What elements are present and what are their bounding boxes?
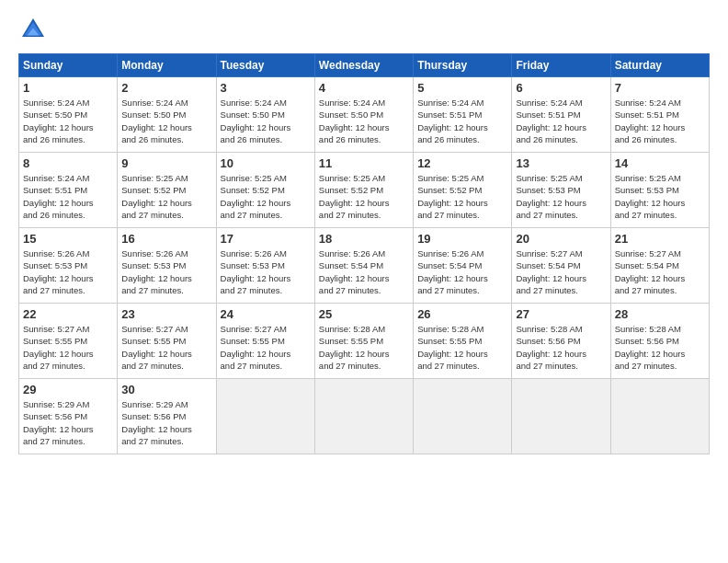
day-number: 22 — [23, 307, 113, 321]
day-number: 14 — [615, 156, 705, 170]
cell-info: Sunrise: 5:28 AM Sunset: 5:55 PM Dayligh… — [319, 323, 409, 372]
header-cell-sunday: Sunday — [19, 54, 118, 77]
logo — [18, 15, 53, 44]
cell-info: Sunrise: 5:27 AM Sunset: 5:54 PM Dayligh… — [615, 247, 705, 296]
header-cell-saturday: Saturday — [610, 54, 709, 77]
calendar-cell: 17 Sunrise: 5:26 AM Sunset: 5:53 PM Dayl… — [216, 228, 314, 304]
calendar-cell: 2 Sunrise: 5:24 AM Sunset: 5:50 PM Dayli… — [118, 77, 216, 153]
calendar-cell: 9 Sunrise: 5:25 AM Sunset: 5:52 PM Dayli… — [118, 153, 216, 228]
day-number: 15 — [23, 232, 113, 246]
day-number: 16 — [121, 232, 211, 246]
cell-info: Sunrise: 5:24 AM Sunset: 5:51 PM Dayligh… — [417, 97, 507, 145]
day-number: 3 — [221, 81, 311, 95]
calendar-cell: 6 Sunrise: 5:24 AM Sunset: 5:51 PM Dayli… — [512, 77, 610, 153]
calendar-cell: 15 Sunrise: 5:26 AM Sunset: 5:53 PM Dayl… — [19, 228, 118, 304]
calendar-cell: 7 Sunrise: 5:24 AM Sunset: 5:51 PM Dayli… — [610, 77, 709, 153]
week-row-3: 15 Sunrise: 5:26 AM Sunset: 5:53 PM Dayl… — [19, 228, 710, 304]
week-row-2: 8 Sunrise: 5:24 AM Sunset: 5:51 PM Dayli… — [19, 153, 710, 228]
cell-info: Sunrise: 5:25 AM Sunset: 5:52 PM Dayligh… — [221, 172, 311, 221]
week-row-1: 1 Sunrise: 5:24 AM Sunset: 5:50 PM Dayli… — [19, 77, 710, 153]
cell-info: Sunrise: 5:25 AM Sunset: 5:52 PM Dayligh… — [121, 172, 211, 221]
calendar-cell: 23 Sunrise: 5:27 AM Sunset: 5:55 PM Dayl… — [118, 304, 216, 379]
calendar-cell — [314, 379, 413, 454]
cell-info: Sunrise: 5:27 AM Sunset: 5:55 PM Dayligh… — [121, 323, 211, 372]
cell-info: Sunrise: 5:26 AM Sunset: 5:54 PM Dayligh… — [319, 247, 409, 296]
calendar-cell: 22 Sunrise: 5:27 AM Sunset: 5:55 PM Dayl… — [19, 304, 118, 379]
day-number: 11 — [319, 156, 409, 170]
cell-info: Sunrise: 5:26 AM Sunset: 5:53 PM Dayligh… — [23, 247, 113, 296]
day-number: 24 — [221, 307, 311, 321]
day-number: 6 — [516, 81, 606, 95]
calendar-cell: 20 Sunrise: 5:27 AM Sunset: 5:54 PM Dayl… — [512, 228, 610, 304]
calendar-cell: 18 Sunrise: 5:26 AM Sunset: 5:54 PM Dayl… — [314, 228, 413, 304]
calendar-cell: 3 Sunrise: 5:24 AM Sunset: 5:50 PM Dayli… — [216, 77, 314, 153]
day-number: 17 — [221, 232, 311, 246]
cell-info: Sunrise: 5:25 AM Sunset: 5:53 PM Dayligh… — [615, 172, 705, 221]
week-row-4: 22 Sunrise: 5:27 AM Sunset: 5:55 PM Dayl… — [19, 304, 710, 379]
day-number: 9 — [121, 156, 211, 170]
calendar-cell: 14 Sunrise: 5:25 AM Sunset: 5:53 PM Dayl… — [610, 153, 709, 228]
day-number: 18 — [319, 232, 409, 246]
day-number: 26 — [417, 307, 507, 321]
day-number: 23 — [121, 307, 211, 321]
day-number: 4 — [319, 81, 409, 95]
calendar-cell: 8 Sunrise: 5:24 AM Sunset: 5:51 PM Dayli… — [19, 153, 118, 228]
cell-info: Sunrise: 5:27 AM Sunset: 5:54 PM Dayligh… — [516, 247, 606, 296]
calendar-cell: 24 Sunrise: 5:27 AM Sunset: 5:55 PM Dayl… — [216, 304, 314, 379]
calendar-cell: 4 Sunrise: 5:24 AM Sunset: 5:50 PM Dayli… — [314, 77, 413, 153]
cell-info: Sunrise: 5:28 AM Sunset: 5:56 PM Dayligh… — [516, 323, 606, 372]
calendar-cell: 27 Sunrise: 5:28 AM Sunset: 5:56 PM Dayl… — [512, 304, 610, 379]
day-number: 20 — [516, 232, 606, 246]
cell-info: Sunrise: 5:28 AM Sunset: 5:56 PM Dayligh… — [615, 323, 705, 372]
day-number: 1 — [23, 81, 113, 95]
day-number: 19 — [417, 232, 507, 246]
header-row: SundayMondayTuesdayWednesdayThursdayFrid… — [19, 54, 710, 77]
header-cell-monday: Monday — [118, 54, 216, 77]
cell-info: Sunrise: 5:24 AM Sunset: 5:51 PM Dayligh… — [23, 172, 113, 221]
day-number: 25 — [319, 307, 409, 321]
calendar-cell: 16 Sunrise: 5:26 AM Sunset: 5:53 PM Dayl… — [118, 228, 216, 304]
header-cell-thursday: Thursday — [414, 54, 512, 77]
cell-info: Sunrise: 5:29 AM Sunset: 5:56 PM Dayligh… — [121, 398, 211, 447]
cell-info: Sunrise: 5:26 AM Sunset: 5:54 PM Dayligh… — [417, 247, 507, 296]
calendar-cell — [610, 379, 709, 454]
cell-info: Sunrise: 5:25 AM Sunset: 5:52 PM Dayligh… — [417, 172, 507, 221]
day-number: 27 — [516, 307, 606, 321]
cell-info: Sunrise: 5:24 AM Sunset: 5:50 PM Dayligh… — [319, 97, 409, 145]
calendar-cell — [414, 379, 512, 454]
logo-icon — [18, 15, 48, 44]
cell-info: Sunrise: 5:27 AM Sunset: 5:55 PM Dayligh… — [221, 323, 311, 372]
calendar-cell: 29 Sunrise: 5:29 AM Sunset: 5:56 PM Dayl… — [19, 379, 118, 454]
calendar-cell: 11 Sunrise: 5:25 AM Sunset: 5:52 PM Dayl… — [314, 153, 413, 228]
header-cell-wednesday: Wednesday — [314, 54, 413, 77]
cell-info: Sunrise: 5:24 AM Sunset: 5:51 PM Dayligh… — [615, 97, 705, 145]
cell-info: Sunrise: 5:26 AM Sunset: 5:53 PM Dayligh… — [221, 247, 311, 296]
cell-info: Sunrise: 5:27 AM Sunset: 5:55 PM Dayligh… — [23, 323, 113, 372]
calendar-table: SundayMondayTuesdayWednesdayThursdayFrid… — [18, 53, 710, 454]
day-number: 28 — [615, 307, 705, 321]
cell-info: Sunrise: 5:24 AM Sunset: 5:51 PM Dayligh… — [516, 97, 606, 145]
cell-info: Sunrise: 5:28 AM Sunset: 5:55 PM Dayligh… — [417, 323, 507, 372]
calendar-cell: 13 Sunrise: 5:25 AM Sunset: 5:53 PM Dayl… — [512, 153, 610, 228]
day-number: 12 — [417, 156, 507, 170]
calendar-cell: 10 Sunrise: 5:25 AM Sunset: 5:52 PM Dayl… — [216, 153, 314, 228]
calendar-cell: 12 Sunrise: 5:25 AM Sunset: 5:52 PM Dayl… — [414, 153, 512, 228]
cell-info: Sunrise: 5:29 AM Sunset: 5:56 PM Dayligh… — [23, 398, 113, 447]
day-number: 7 — [615, 81, 705, 95]
day-number: 21 — [615, 232, 705, 246]
cell-info: Sunrise: 5:26 AM Sunset: 5:53 PM Dayligh… — [121, 247, 211, 296]
calendar-cell — [512, 379, 610, 454]
header-cell-friday: Friday — [512, 54, 610, 77]
day-number: 10 — [221, 156, 311, 170]
week-row-5: 29 Sunrise: 5:29 AM Sunset: 5:56 PM Dayl… — [19, 379, 710, 454]
cell-info: Sunrise: 5:24 AM Sunset: 5:50 PM Dayligh… — [221, 97, 311, 145]
calendar-cell: 19 Sunrise: 5:26 AM Sunset: 5:54 PM Dayl… — [414, 228, 512, 304]
cell-info: Sunrise: 5:25 AM Sunset: 5:52 PM Dayligh… — [319, 172, 409, 221]
calendar-cell: 5 Sunrise: 5:24 AM Sunset: 5:51 PM Dayli… — [414, 77, 512, 153]
page: SundayMondayTuesdayWednesdayThursdayFrid… — [0, 0, 728, 563]
header-cell-tuesday: Tuesday — [216, 54, 314, 77]
day-number: 30 — [121, 383, 211, 396]
day-number: 8 — [23, 156, 113, 170]
cell-info: Sunrise: 5:25 AM Sunset: 5:53 PM Dayligh… — [516, 172, 606, 221]
calendar-cell: 1 Sunrise: 5:24 AM Sunset: 5:50 PM Dayli… — [19, 77, 118, 153]
